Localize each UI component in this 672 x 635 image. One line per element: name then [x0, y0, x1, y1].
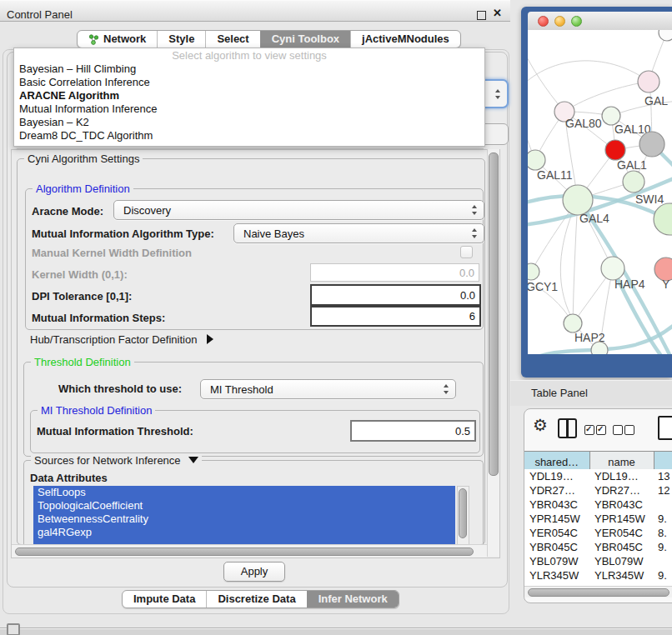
table-row[interactable]: YDL19…YDL19…13: [524, 469, 672, 483]
tab-select-label: Select: [217, 31, 248, 48]
algorithm-option[interactable]: Dream8 DC_TDC Algorithm: [14, 129, 484, 142]
table-row[interactable]: YBL079WYBL079W: [524, 554, 672, 568]
table-row[interactable]: YLR345WYLR345W9.: [524, 568, 672, 582]
spinner-arrows-icon: [494, 89, 501, 99]
minimize-traffic-light-icon[interactable]: [554, 16, 565, 27]
network-canvas[interactable]: GALGAL80GAL10GAL1GAL11SWI4GAL4HAP4YGCY1H…: [528, 30, 672, 354]
tab-infer-network[interactable]: Infer Network: [307, 591, 399, 608]
select-all-icon[interactable]: [584, 423, 608, 438]
table-cell: YDR27…: [524, 484, 589, 497]
algorithm-option[interactable]: Mutual Information Inference: [14, 102, 484, 116]
network-node[interactable]: [591, 342, 608, 354]
algorithm-option-list: Bayesian – Hill ClimbingBasic Correlatio…: [14, 62, 484, 142]
table-horizontal-scrollbar[interactable]: [524, 586, 672, 598]
network-node[interactable]: [638, 71, 659, 92]
table-cell: YBR045C: [524, 541, 589, 553]
network-node[interactable]: [601, 257, 624, 280]
mi-threshold-field[interactable]: 0.5: [350, 420, 476, 442]
table-panel-title: Table Panel: [531, 387, 588, 399]
apply-button[interactable]: Apply: [223, 562, 285, 582]
aracne-mode-combobox[interactable]: Discovery: [113, 200, 484, 220]
control-panel-title: Control Panel: [7, 8, 73, 21]
network-node[interactable]: [605, 140, 625, 160]
network-node[interactable]: [528, 263, 539, 280]
aracne-mode-label: Aracne Mode:: [32, 205, 103, 218]
network-edge[interactable]: [564, 82, 649, 112]
hub-definition-expander[interactable]: Hub/Transcription Factor Definition: [30, 333, 213, 346]
export-table-icon[interactable]: [658, 416, 672, 440]
network-node[interactable]: [528, 150, 545, 170]
table-row[interactable]: YPR145WYPR145W9.: [524, 512, 672, 526]
network-edge[interactable]: [528, 61, 649, 84]
manual-kernel-checkbox[interactable]: [460, 246, 473, 258]
data-attribute-item[interactable]: gal4RGexp: [33, 526, 455, 539]
attribute-list-scrollbar[interactable]: [457, 486, 469, 546]
data-attribute-item[interactable]: SelfLoops: [33, 486, 455, 499]
table-cell: YPR145W: [524, 512, 589, 525]
tab-discretize-data[interactable]: Discretize Data: [206, 591, 306, 608]
sources-title: Sources for Network Inference: [31, 454, 202, 467]
table-cell: YDL19…: [524, 470, 589, 482]
hidden-group-border: [17, 148, 484, 149]
network-node[interactable]: [639, 132, 664, 157]
algorithm-option[interactable]: Bayesian – K2: [14, 116, 484, 129]
tab-jactivemnodules[interactable]: jActiveMNodules: [350, 31, 460, 48]
minimized-panel-icon[interactable]: [7, 623, 20, 635]
manual-kernel-label: Manual Kernel Width Definition: [32, 247, 192, 259]
mi-steps-field[interactable]: 6: [310, 306, 481, 327]
split-columns-icon[interactable]: [558, 418, 577, 438]
network-node[interactable]: [564, 314, 582, 332]
which-threshold-combobox[interactable]: MI Threshold: [200, 379, 456, 399]
table-cell: YLR345W: [524, 569, 589, 582]
close-icon[interactable]: ✕: [493, 7, 502, 19]
network-edge[interactable]: [573, 200, 578, 323]
network-node-label: Y: [662, 278, 670, 291]
table-cell: YBR043C: [524, 498, 589, 511]
close-traffic-light-icon[interactable]: [538, 16, 549, 27]
tab-select[interactable]: Select: [205, 31, 259, 48]
network-edge[interactable]: [528, 51, 564, 112]
mi-threshold-label: Mutual Information Threshold:: [37, 425, 193, 438]
gear-icon[interactable]: ⚙: [533, 417, 548, 433]
which-threshold-value: MI Threshold: [210, 383, 273, 396]
settings-horizontal-scrollbar[interactable]: [12, 544, 487, 558]
network-node-label: GAL11: [537, 168, 573, 182]
settings-vertical-scrollbar[interactable]: [487, 149, 499, 557]
kernel-width-field[interactable]: 0.0: [310, 263, 479, 282]
spinner-arrows-icon: [471, 205, 478, 215]
network-node[interactable]: [654, 203, 672, 235]
dpi-tolerance-label: DPI Tolerance [0,1]:: [32, 290, 132, 302]
table-cell: 12: [654, 484, 672, 497]
data-attribute-item[interactable]: BetweennessCentrality: [33, 512, 455, 526]
table-row[interactable]: YER054CYER054C8.: [524, 526, 672, 540]
network-window-titlebar[interactable]: [528, 12, 672, 31]
tab-jactivemnodules-label: jActiveMNodules: [362, 31, 449, 48]
algorithm-dropdown-placeholder: Select algorithm to view settings: [14, 48, 484, 62]
tab-cyni-toolbox-label: Cyni Toolbox: [272, 31, 339, 48]
zoom-traffic-light-icon[interactable]: [571, 16, 582, 27]
mi-type-value: Naive Bayes: [243, 228, 304, 240]
tab-impute-data[interactable]: Impute Data: [123, 591, 206, 608]
mi-type-combobox[interactable]: Naive Bayes: [233, 223, 484, 243]
table-row[interactable]: YDR27…YDR27…12: [524, 483, 672, 498]
algorithm-option[interactable]: ARACNE Algorithm: [14, 89, 484, 102]
tab-discretize-data-label: Discretize Data: [218, 591, 295, 608]
tab-cyni-toolbox[interactable]: Cyni Toolbox: [260, 31, 350, 48]
cyni-algorithm-settings-title: Cyni Algorithm Settings: [24, 152, 143, 165]
table-row[interactable]: YBR045CYBR045C9.: [524, 540, 672, 554]
network-node[interactable]: [623, 171, 644, 192]
tab-network[interactable]: Network: [78, 31, 157, 48]
data-attribute-item[interactable]: TopologicalCoefficient: [33, 499, 455, 512]
collapse-arrow-icon[interactable]: [188, 457, 198, 463]
network-node[interactable]: [659, 30, 672, 41]
algorithm-option[interactable]: Bayesian – Hill Climbing: [14, 62, 484, 76]
dpi-tolerance-field[interactable]: 0.0: [310, 284, 481, 306]
table-cell: YDR27…: [589, 484, 654, 497]
algorithm-option[interactable]: Basic Correlation Inference: [14, 76, 484, 89]
threshold-definition-title: Threshold Definition: [31, 356, 134, 368]
float-window-icon[interactable]: [477, 11, 486, 20]
tab-style[interactable]: Style: [157, 31, 205, 48]
network-node[interactable]: [563, 185, 593, 215]
deselect-all-icon[interactable]: [613, 423, 636, 438]
table-row[interactable]: YBR043CYBR043C: [524, 498, 672, 512]
